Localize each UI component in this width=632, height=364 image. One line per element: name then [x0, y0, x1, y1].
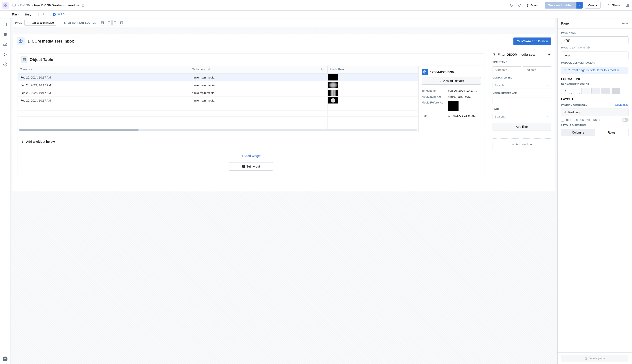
undo-button[interactable]: [508, 2, 514, 8]
rail-variables-icon[interactable]: (x): [3, 42, 7, 46]
col-media-item-rid[interactable]: Media Item RidAz↓: [189, 66, 327, 74]
add-widget-button[interactable]: Add widget: [229, 152, 273, 160]
svg-point-9: [608, 4, 609, 5]
add-widget-title: Add a widget below: [26, 140, 55, 144]
filter-icon: [493, 53, 496, 56]
svg-rect-21: [114, 22, 116, 24]
layout-columns-button[interactable]: Columns: [561, 129, 595, 136]
split-section-label: SPLIT CURRENT SECTION: [64, 22, 96, 24]
breadcrumb-sep: ›: [18, 4, 19, 7]
default-page-banner: Current page is default for this module: [561, 67, 628, 74]
object-table[interactable]: Timestamp Media Item RidAz↓ Media Refe F…: [18, 66, 418, 132]
file-menu[interactable]: File: [11, 12, 21, 17]
page-id-input[interactable]: [561, 52, 628, 59]
breadcrumb-sep: ›: [32, 4, 33, 7]
inspector-type: PAGE: [621, 22, 628, 25]
rail-settings-icon[interactable]: [3, 62, 7, 66]
swatch-gray-2[interactable]: [591, 88, 600, 94]
svg-point-7: [527, 6, 527, 6]
rail-data-icon[interactable]: [3, 52, 7, 56]
media-reference-input[interactable]: [493, 98, 551, 104]
add-filter-button[interactable]: Add filter: [493, 123, 551, 130]
inbox-icon: [12, 4, 16, 7]
path-select[interactable]: Search…: [493, 113, 551, 120]
col-media-reference[interactable]: Media Refe: [328, 66, 418, 74]
hide-dividers-toggle[interactable]: [622, 118, 628, 122]
end-date-input[interactable]: [523, 66, 551, 73]
filter-menu-icon[interactable]: [548, 53, 551, 56]
details-card: 1708442265596 View full details Timestam…: [418, 66, 484, 132]
col-timestamp[interactable]: Timestamp: [18, 66, 189, 74]
svg-rect-4: [13, 4, 15, 6]
section-header[interactable]: DICOM media sets Inbox Call-To-Action Bu…: [13, 34, 555, 49]
start-date-input[interactable]: [493, 66, 521, 73]
padding-select[interactable]: No Padding: [561, 108, 628, 116]
layout-rows-button[interactable]: Rows: [595, 129, 628, 136]
customize-link[interactable]: Customize: [615, 103, 628, 106]
svg-point-10: [609, 4, 610, 5]
svg-rect-2: [4, 6, 5, 6]
table-row[interactable]: Feb 20, 2024, 10:17 AMri.mio.main.media-: [18, 74, 418, 81]
horizontal-scrollbar[interactable]: [19, 129, 417, 131]
add-section-inside-button[interactable]: Add section inside: [24, 20, 56, 26]
svg-point-14: [5, 64, 6, 65]
favorite-star-icon[interactable]: [81, 4, 85, 7]
inspector-title: Page: [561, 22, 569, 25]
help-bubble[interactable]: ?: [3, 356, 8, 361]
section-title: DICOM media sets Inbox: [28, 39, 510, 44]
panel-toggle-button[interactable]: [624, 2, 630, 8]
swatch-gray-1[interactable]: [581, 88, 590, 94]
swatch-white[interactable]: [571, 88, 580, 94]
add-section-button[interactable]: Add section: [493, 138, 551, 150]
save-and-publish-button[interactable]: Save and publish: [545, 2, 576, 8]
sort-icon[interactable]: Az↓: [321, 68, 325, 71]
table-row[interactable]: Feb 20, 2024, 10:17 AMri.mio.main.media-: [18, 97, 418, 104]
delete-page-button[interactable]: Delete page: [561, 355, 628, 362]
branch-button[interactable]: Main: [525, 3, 543, 8]
version-chip[interactable]: v0.2.0: [53, 13, 64, 16]
view-button[interactable]: View: [585, 2, 601, 8]
set-layout-button[interactable]: Set layout: [229, 162, 273, 170]
share-button[interactable]: Share: [606, 3, 622, 8]
split-left-button[interactable]: [112, 20, 118, 26]
redo-button[interactable]: [517, 2, 523, 8]
table-row[interactable]: Feb 20, 2024, 10:17 AMri.mio.main.media-: [18, 81, 418, 89]
filter-title: Filter DICOM media sets: [498, 53, 536, 56]
table-row[interactable]: Feb 20, 2024, 10:17 AMri.mio.main.media-: [18, 89, 418, 97]
check-circle-icon: [53, 13, 56, 16]
media-thumbnail: [448, 101, 459, 112]
view-full-details-button[interactable]: View full details: [422, 77, 481, 85]
split-top-button[interactable]: [100, 20, 105, 26]
cta-button[interactable]: Call-To-Action Button: [513, 38, 551, 45]
page-label: PAGE: [15, 22, 22, 24]
page-name-input[interactable]: [561, 36, 628, 44]
svg-rect-3: [6, 6, 7, 6]
svg-rect-19: [108, 22, 110, 24]
widget-title: Object Table: [30, 58, 53, 62]
breadcrumb-current: New DICOM Workshop module: [34, 4, 79, 7]
table-icon: [21, 56, 28, 63]
swatch-none[interactable]: /: [561, 88, 570, 94]
split-bottom-button[interactable]: [106, 20, 112, 26]
help-icon[interactable]: ⓘ: [587, 46, 590, 49]
swatch-gray-3[interactable]: [601, 88, 610, 94]
help-menu[interactable]: Help: [24, 12, 36, 17]
svg-rect-25: [23, 58, 26, 61]
save-and-publish-caret[interactable]: [576, 2, 583, 8]
help-icon[interactable]: ⓘ: [592, 62, 595, 64]
svg-rect-11: [626, 4, 628, 6]
breadcrumb-parent[interactable]: DICOM: [20, 4, 31, 7]
hide-dividers-checkbox[interactable]: [561, 119, 564, 122]
svg-point-6: [527, 4, 527, 4]
details-id: 1708442265596: [430, 70, 454, 74]
split-right-button[interactable]: [119, 20, 124, 26]
svg-rect-1: [6, 4, 7, 5]
media-item-rid-select[interactable]: Search…: [493, 82, 551, 89]
svg-marker-5: [82, 4, 85, 6]
rail-layers-icon[interactable]: [3, 32, 7, 36]
svg-rect-23: [121, 22, 123, 24]
rail-page-icon[interactable]: [3, 22, 7, 26]
app-icon[interactable]: [2, 2, 9, 9]
svg-rect-17: [101, 22, 104, 24]
swatch-gray-4[interactable]: [611, 88, 620, 94]
